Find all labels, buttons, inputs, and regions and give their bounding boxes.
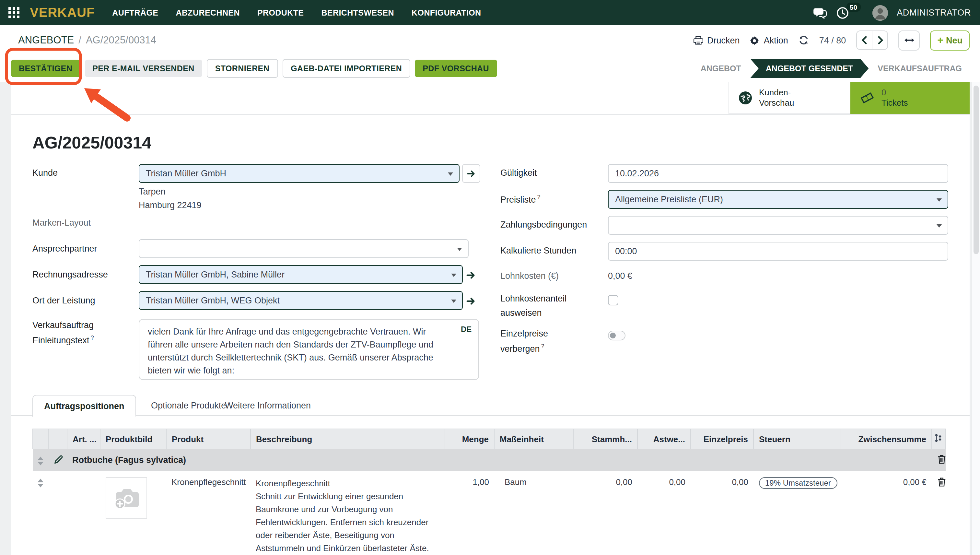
chevron-down-icon[interactable] <box>457 247 462 253</box>
kunde-input[interactable] <box>139 165 459 182</box>
adjust-columns-icon <box>934 433 943 443</box>
menu-produkte[interactable]: PRODUKTE <box>257 8 304 17</box>
row-drag-cell[interactable] <box>33 471 48 555</box>
customer-preview-button[interactable]: Kunden- Vorschau <box>729 82 850 114</box>
chevron-down-icon[interactable] <box>937 198 942 204</box>
row-produktbild-cell[interactable] <box>100 471 166 555</box>
expand-width-button[interactable] <box>898 30 920 50</box>
section-name-cell[interactable]: Rotbuche (Fagus sylvatica) <box>67 449 932 471</box>
drag-handle-icon[interactable] <box>38 455 43 465</box>
activity-group[interactable]: 50 <box>836 6 863 19</box>
pager-prev-button[interactable] <box>857 31 873 49</box>
menu-auftraege[interactable]: AUFTRÄGE <box>112 8 158 17</box>
app-brand[interactable]: VERKAUF <box>30 5 94 20</box>
section-delete-cell[interactable] <box>932 449 945 471</box>
kunde-open-record-button[interactable] <box>462 164 480 183</box>
header-masseinheit[interactable]: Maßeinheit <box>494 429 573 449</box>
section-edit-cell[interactable] <box>48 449 67 471</box>
header-zwischensumme[interactable]: Zwischensumme <box>841 429 932 449</box>
help-question-mark[interactable]: ? <box>537 194 541 201</box>
tab-optionale-produkte[interactable]: Optionale Produkte <box>151 395 226 415</box>
confirm-button[interactable]: BESTÄTIGEN <box>11 59 80 77</box>
zahlungsbedingungen-field <box>608 216 948 235</box>
pdf-preview-button[interactable]: PDF VORSCHAU <box>415 59 497 77</box>
state-angebot-gesendet[interactable]: ANGEBOT GESENDET <box>750 59 869 78</box>
ansprechpartner-input[interactable] <box>139 240 468 257</box>
chevron-down-icon[interactable] <box>937 224 942 230</box>
scrollbar-thumb[interactable] <box>974 86 979 254</box>
apps-grid-icon[interactable] <box>8 7 19 18</box>
header-adjust-columns[interactable] <box>932 429 945 449</box>
header-einzelpreis[interactable]: Einzelpreis <box>690 429 753 449</box>
camera-plus-icon <box>113 487 139 509</box>
menu-abzurechnen[interactable]: ABZURECHNEN <box>176 8 240 17</box>
vertical-scrollbar <box>972 82 980 555</box>
drag-handle-icon[interactable] <box>38 477 43 488</box>
product-row[interactable]: Kronenpflegeschnitt Kronenpflegeschnitt … <box>33 471 945 555</box>
header-stammhoehe[interactable]: Stammh... <box>573 429 637 449</box>
row-steuern-cell[interactable]: 19% Umsatzsteuer <box>753 471 841 555</box>
new-button[interactable]: + Neu <box>930 30 970 50</box>
help-question-mark[interactable]: ? <box>91 335 94 341</box>
chevron-down-icon[interactable] <box>451 273 456 279</box>
state-verkaufsauftrag[interactable]: VERKAUFSAUFTRAG <box>868 64 971 73</box>
row-artikel-cell[interactable] <box>67 471 100 555</box>
cancel-button[interactable]: STORNIEREN <box>207 59 278 78</box>
header-menge[interactable]: Menge <box>445 429 494 449</box>
lohnkosten-label: Lohnkosten (€) <box>500 271 559 281</box>
header-artikel[interactable]: Art. ... <box>67 429 100 449</box>
header-astwerk[interactable]: Astwe... <box>637 429 690 449</box>
tab-auftragspositionen[interactable]: Auftragspositionen <box>32 395 136 417</box>
gaeb-import-button[interactable]: GAEB-DATEI IMPORTIEREN <box>282 59 410 78</box>
help-question-mark[interactable]: ? <box>541 343 544 350</box>
row-masseinheit-cell[interactable]: Baum <box>494 471 573 555</box>
lohnkostenanteil-checkbox[interactable] <box>608 295 618 305</box>
avatar[interactable] <box>872 5 888 21</box>
rechnungsadresse-input[interactable] <box>139 266 462 283</box>
menu-konfiguration[interactable]: KONFIGURATION <box>412 8 481 17</box>
ort-der-leistung-input[interactable] <box>139 292 462 309</box>
row-menge-cell[interactable]: 1,00 <box>445 471 494 555</box>
ort-open-record-button[interactable] <box>464 294 477 307</box>
header-produktbild[interactable]: Produktbild <box>100 429 166 449</box>
language-badge[interactable]: DE <box>461 325 472 334</box>
state-angebot[interactable]: ANGEBOT <box>692 64 750 73</box>
user-name[interactable]: ADMINISTRATOR <box>897 8 971 18</box>
tax-badge[interactable]: 19% Umsatzsteuer <box>759 477 837 489</box>
chevron-down-icon[interactable] <box>448 172 453 178</box>
send-email-button[interactable]: PER E-MAIL VERSENDEN <box>85 59 202 77</box>
row-delete-cell[interactable] <box>932 471 945 555</box>
chevron-down-icon[interactable] <box>451 299 456 305</box>
header-beschreibung[interactable]: Beschreibung <box>250 429 445 449</box>
pager-count: 74 / 80 <box>819 35 846 45</box>
rechnungsadresse-open-record-button[interactable] <box>464 268 477 281</box>
menu-berichtswesen[interactable]: BERICHTSWESEN <box>321 8 394 17</box>
print-button[interactable]: Drucken <box>693 35 740 45</box>
row-beschreibung-cell[interactable]: Kronenpflegeschnitt Schnitt zur Entwickl… <box>250 471 445 555</box>
row-stammhoehe-cell[interactable]: 0,00 <box>573 471 637 555</box>
row-astwerk-cell[interactable]: 0,00 <box>637 471 690 555</box>
row-produkt-cell[interactable]: Kronenpflegeschnitt <box>166 471 250 555</box>
section-row[interactable]: Rotbuche (Fagus sylvatica) <box>33 449 945 471</box>
row-zwischensumme-cell: 0,00 € <box>841 471 932 555</box>
product-image-placeholder[interactable] <box>105 477 147 519</box>
plus-icon: + <box>937 35 943 45</box>
preisliste-input[interactable] <box>608 191 948 208</box>
kalkulierte-stunden-input[interactable] <box>608 242 948 260</box>
header-steuern[interactable]: Steuern <box>753 429 841 449</box>
tab-weitere-informationen[interactable]: Weitere Informationen <box>225 395 311 415</box>
einzelpreise-verbergen-toggle[interactable] <box>608 330 626 340</box>
zahlungsbedingungen-input[interactable] <box>608 217 948 234</box>
einleitungstext-textarea[interactable]: vielen Dank für Ihre Anfrage und das ent… <box>139 319 479 380</box>
pager-next-button[interactable] <box>873 31 887 49</box>
section-drag-cell[interactable] <box>33 449 48 471</box>
tickets-button[interactable]: 0 Tickets <box>850 82 970 114</box>
breadcrumb-angebote[interactable]: ANGEBOTE <box>18 34 74 46</box>
print-label: Drucken <box>707 35 740 45</box>
messages-icon[interactable] <box>813 7 827 18</box>
gueltigkeit-input[interactable] <box>608 165 948 182</box>
header-produkt[interactable]: Produkt <box>166 429 250 449</box>
action-button[interactable]: Aktion <box>750 35 788 45</box>
refresh-icon[interactable] <box>799 35 809 45</box>
row-einzelpreis-cell[interactable]: 0,00 <box>690 471 753 555</box>
